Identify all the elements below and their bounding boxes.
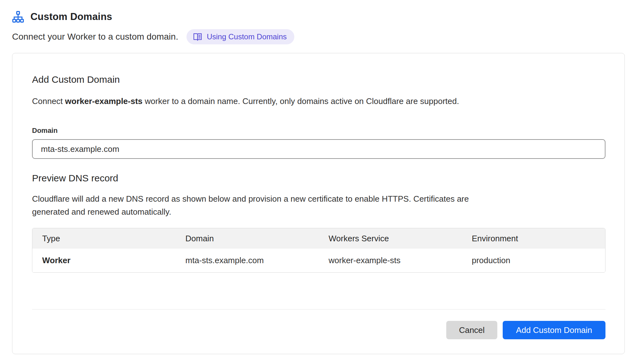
subtitle-row: Connect your Worker to a custom domain. …: [12, 29, 625, 44]
actions-row: Cancel Add Custom Domain: [32, 321, 605, 339]
table-header-row: Type Domain Workers Service Environment: [32, 228, 605, 249]
card-heading: Add Custom Domain: [32, 74, 605, 85]
domain-field-label: Domain: [32, 127, 605, 135]
table-header-domain: Domain: [176, 228, 319, 249]
preview-dns-description: Cloudflare will add a new DNS record as …: [32, 192, 498, 218]
table-row: Worker mta-sts.example.com worker-exampl…: [32, 249, 605, 272]
custom-domains-page: Custom Domains Connect your Worker to a …: [0, 0, 634, 354]
page-header: Custom Domains: [12, 11, 625, 23]
intro-worker-name: worker-example-sts: [65, 96, 142, 106]
cell-type: Worker: [32, 249, 176, 272]
domain-input[interactable]: [32, 139, 605, 159]
preview-dns-heading: Preview DNS record: [32, 173, 605, 184]
card-intro: Connect worker-example-sts worker to a d…: [32, 96, 605, 106]
cancel-button[interactable]: Cancel: [446, 321, 497, 339]
docs-badge-label: Using Custom Domains: [207, 32, 287, 41]
dns-preview-table: Type Domain Workers Service Environment …: [32, 228, 605, 273]
cell-environment: production: [462, 249, 605, 272]
sitemap-icon: [12, 11, 24, 23]
table-header-environment: Environment: [462, 228, 605, 249]
footer-divider: [32, 309, 605, 309]
docs-link-using-custom-domains[interactable]: Using Custom Domains: [186, 29, 294, 44]
open-book-icon: [193, 32, 202, 42]
cell-domain: mta-sts.example.com: [176, 249, 319, 272]
cell-workers-service: worker-example-sts: [319, 249, 462, 272]
intro-prefix: Connect: [32, 96, 65, 106]
intro-suffix: worker to a domain name. Currently, only…: [142, 96, 459, 106]
table-header-type: Type: [32, 228, 176, 249]
add-custom-domain-button[interactable]: Add Custom Domain: [503, 321, 605, 339]
add-custom-domain-card: Add Custom Domain Connect worker-example…: [12, 53, 625, 354]
table-header-workers-service: Workers Service: [319, 228, 462, 249]
page-subtitle: Connect your Worker to a custom domain.: [12, 32, 178, 42]
page-title: Custom Domains: [30, 11, 112, 23]
